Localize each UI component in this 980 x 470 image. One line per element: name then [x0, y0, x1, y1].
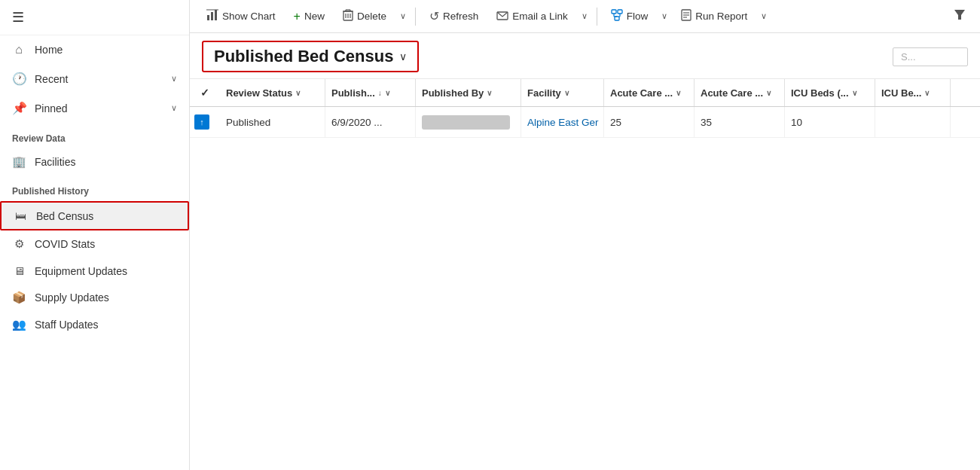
col-header-icu2[interactable]: ICU Be... ∨: [875, 79, 951, 106]
run-report-dropdown-button[interactable]: ∨: [758, 7, 770, 26]
sidebar-header: ☰: [0, 0, 189, 35]
flow-label: Flow: [627, 11, 649, 22]
section-title-review-data: Review Data: [0, 123, 189, 148]
svg-rect-13: [618, 10, 622, 14]
search-placeholder[interactable]: S...: [893, 47, 968, 66]
row-cell-icu1: 10: [785, 107, 875, 137]
svg-rect-0: [207, 15, 209, 20]
recent-icon: 🕐: [12, 72, 26, 86]
home-icon: ⌂: [12, 43, 26, 56]
bed-census-icon: 🛏: [14, 209, 27, 222]
run-report-button[interactable]: Run Report: [673, 5, 755, 28]
sidebar-item-label: Supply Updates: [35, 291, 109, 304]
sidebar-item-equipment-updates[interactable]: 🖥 Equipment Updates: [0, 258, 189, 284]
svg-rect-12: [612, 10, 616, 14]
delete-icon: [343, 9, 353, 23]
sidebar-item-label: Staff Updates: [35, 319, 99, 331]
covid-stats-icon: ⚙: [12, 237, 26, 251]
sidebar-item-pinned[interactable]: 📌 Pinned ∨: [0, 93, 189, 123]
column-headers: ✓ Review Status ∨ Publish... ↓ ∨ Publish…: [190, 78, 980, 107]
col-header-label: Facility: [527, 87, 561, 99]
col-header-icu1[interactable]: ICU Beds (... ∨: [785, 79, 875, 106]
show-chart-button[interactable]: Show Chart: [199, 5, 283, 28]
col-header-label: Acute Care ...: [701, 87, 763, 99]
email-icon: [496, 11, 508, 23]
hamburger-icon[interactable]: ☰: [12, 9, 24, 26]
sidebar-item-label: Bed Census: [36, 210, 93, 222]
sidebar-item-covid-stats[interactable]: ⚙ COVID Stats: [0, 230, 189, 258]
row-cell-acute1: 25: [604, 107, 695, 137]
view-title-chevron-icon: ∨: [399, 50, 407, 63]
staff-updates-icon: 👥: [12, 318, 26, 331]
pin-icon: 📌: [12, 101, 26, 115]
svg-rect-1: [211, 12, 213, 20]
col-sort-icon: ∨: [924, 89, 930, 97]
svg-rect-2: [215, 10, 217, 20]
delete-dropdown-button[interactable]: ∨: [397, 7, 409, 26]
refresh-label: Refresh: [443, 11, 478, 22]
new-button[interactable]: + New: [286, 5, 332, 28]
sidebar-item-recent[interactable]: 🕐 Recent ∨: [0, 64, 189, 93]
row-checkbox[interactable]: ↑: [190, 114, 220, 130]
col-sort-down-icon: ↓: [378, 89, 382, 97]
col-header-facility[interactable]: Facility ∨: [521, 79, 604, 106]
chevron-down-icon: ∨: [171, 103, 177, 113]
col-header-acute2[interactable]: Acute Care ... ∨: [695, 79, 785, 106]
upload-icon: ↑: [194, 114, 209, 130]
email-dropdown-button[interactable]: ∨: [579, 7, 591, 26]
sidebar-item-home[interactable]: ⌂ Home: [0, 35, 189, 64]
col-sort-icon: ∨: [676, 89, 681, 97]
toolbar-divider-1: [415, 8, 416, 26]
chevron-down-icon: ∨: [171, 74, 177, 84]
row-cell-published-by: ██████ █████: [416, 107, 521, 137]
delete-button[interactable]: Delete: [335, 5, 394, 28]
chart-icon: [206, 9, 218, 23]
toolbar: Show Chart + New Delete ∨: [190, 0, 980, 33]
supply-updates-icon: 📦: [12, 291, 26, 304]
col-sort-icon: ∨: [564, 89, 569, 97]
view-header: Published Bed Census ∨ S...: [190, 33, 980, 78]
sidebar-item-bed-census[interactable]: 🛏 Bed Census: [0, 201, 189, 230]
col-header-published-by[interactable]: Published By ∨: [416, 79, 521, 106]
row-cell-status: Published: [220, 107, 325, 137]
col-header-publish[interactable]: Publish... ↓ ∨: [325, 79, 416, 106]
sidebar: ☰ ⌂ Home 🕐 Recent ∨ 📌 Pinned ∨ Review Da…: [0, 0, 190, 470]
email-a-link-label: Email a Link: [512, 11, 568, 22]
filter-icon[interactable]: [948, 7, 971, 26]
col-header-label: ICU Be...: [881, 87, 921, 99]
table-body: ↑ Published 6/9/2020 ... ██████ █████ Al…: [190, 107, 980, 470]
col-header-label: Review Status: [226, 87, 292, 99]
equipment-updates-icon: 🖥: [12, 264, 26, 277]
main-content: Show Chart + New Delete ∨: [190, 0, 980, 470]
table-row[interactable]: ↑ Published 6/9/2020 ... ██████ █████ Al…: [190, 107, 980, 138]
row-cell-publish-date: 6/9/2020 ...: [325, 107, 416, 137]
col-sort-icon: ∨: [385, 89, 390, 97]
new-label: New: [304, 11, 325, 22]
sidebar-item-label: Equipment Updates: [35, 265, 127, 277]
section-title-published-history: Published History: [0, 175, 189, 201]
email-a-link-button[interactable]: Email a Link: [489, 6, 575, 27]
view-title-dropdown[interactable]: Published Bed Census ∨: [202, 41, 419, 72]
col-header-review-status[interactable]: Review Status ∨: [220, 79, 325, 106]
col-header-label: Acute Care ...: [610, 87, 673, 99]
sidebar-item-staff-updates[interactable]: 👥 Staff Updates: [0, 311, 189, 338]
view-title: Published Bed Census: [214, 47, 393, 66]
toolbar-divider-2: [597, 8, 597, 26]
col-header-acute1[interactable]: Acute Care ... ∨: [604, 79, 695, 106]
refresh-icon: ↺: [429, 9, 439, 23]
row-cell-facility[interactable]: Alpine East Ger: [521, 107, 604, 137]
row-cell-icu2: [875, 107, 951, 137]
sidebar-item-label: COVID Stats: [35, 238, 95, 250]
flow-dropdown-button[interactable]: ∨: [658, 7, 670, 26]
sidebar-item-facilities[interactable]: 🏢 Facilities: [0, 148, 189, 175]
refresh-button[interactable]: ↺ Refresh: [422, 5, 486, 28]
col-sort-icon: ∨: [487, 89, 492, 97]
flow-icon: [611, 9, 623, 23]
col-sort-icon: ∨: [766, 89, 771, 97]
svg-rect-14: [615, 17, 619, 20]
sidebar-item-supply-updates[interactable]: 📦 Supply Updates: [0, 284, 189, 311]
col-sort-icon: ∨: [852, 89, 857, 97]
col-sort-icon: ∨: [295, 89, 301, 97]
plus-icon: +: [294, 10, 301, 23]
flow-button[interactable]: Flow: [603, 5, 656, 28]
